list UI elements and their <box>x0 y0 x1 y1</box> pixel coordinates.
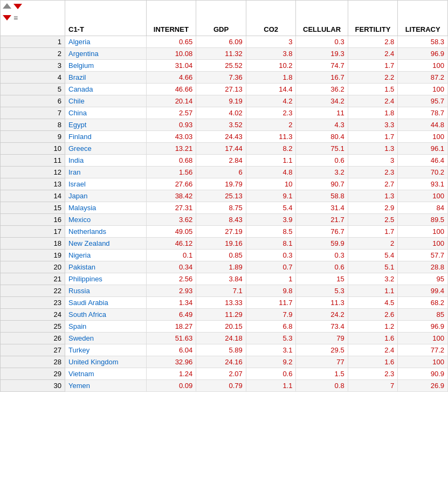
cell-gdp: 4.02 <box>196 107 246 119</box>
cell-literacy: 58.3 <box>398 36 448 48</box>
cell-gdp: 17.44 <box>196 143 246 155</box>
cell-fertility: 2.4 <box>348 95 398 107</box>
country-name[interactable]: Japan <box>65 190 147 202</box>
sort-asc-icon[interactable] <box>3 3 11 9</box>
country-name[interactable]: South Africa <box>65 309 147 321</box>
country-name[interactable]: China <box>65 107 147 119</box>
country-name[interactable]: Brazil <box>65 72 147 84</box>
cell-cellular: 36.2 <box>296 84 348 95</box>
row-number: 18 <box>1 238 65 250</box>
row-number: 2 <box>1 48 65 60</box>
country-name[interactable]: Vietnam <box>65 368 147 380</box>
cell-cellular: 16.7 <box>296 72 348 84</box>
cell-literacy: 100 <box>398 356 448 368</box>
cell-gdp: 7.1 <box>196 285 246 297</box>
filter-lines-icon[interactable]: ≡ <box>13 13 18 22</box>
country-name[interactable]: Netherlands <box>65 226 147 238</box>
row-number: 12 <box>1 167 65 178</box>
country-name[interactable]: United Kingdom <box>65 356 147 368</box>
header-fertility[interactable]: FERTILITY <box>348 1 398 36</box>
country-name[interactable]: Egypt <box>65 119 147 131</box>
cell-literacy: 100 <box>398 333 448 344</box>
row-number: 7 <box>1 107 65 119</box>
country-name[interactable]: Saudi Arabia <box>65 297 147 309</box>
cell-co2: 10.2 <box>246 60 296 72</box>
country-name[interactable]: Finland <box>65 131 147 143</box>
header-cellular[interactable]: CELLULAR <box>296 1 348 36</box>
header-co2[interactable]: CO2 <box>246 1 296 36</box>
cell-fertility: 1.3 <box>348 190 398 202</box>
cell-cellular: 1.5 <box>296 368 348 380</box>
cell-gdp: 19.79 <box>196 178 246 190</box>
header-literacy[interactable]: LITERACY <box>398 1 448 36</box>
cell-internet: 6.04 <box>146 344 196 356</box>
cell-co2: 0.3 <box>246 250 296 261</box>
cell-cellular: 74.7 <box>296 60 348 72</box>
country-name[interactable]: Sweden <box>65 333 147 344</box>
cell-gdp: 25.52 <box>196 60 246 72</box>
sort-desc-icon[interactable] <box>13 4 22 9</box>
cell-internet: 0.09 <box>146 380 196 392</box>
country-name[interactable]: Pakistan <box>65 261 147 273</box>
country-name[interactable]: Chile <box>65 95 147 107</box>
header-gdp[interactable]: GDP <box>196 1 246 36</box>
cell-fertility: 2.3 <box>348 368 398 380</box>
country-name[interactable]: Algeria <box>65 36 147 48</box>
cell-co2: 7.9 <box>246 309 296 321</box>
cell-fertility: 4.5 <box>348 297 398 309</box>
table-row: 9Finland43.0324.4311.380.41.7100 <box>1 131 448 143</box>
country-name[interactable]: Iran <box>65 167 147 178</box>
country-name[interactable]: India <box>65 155 147 167</box>
country-name[interactable]: Greece <box>65 143 147 155</box>
cell-internet: 46.66 <box>146 84 196 95</box>
country-name[interactable]: Mexico <box>65 214 147 226</box>
cell-fertility: 1.1 <box>348 285 398 297</box>
row-number: 27 <box>1 344 65 356</box>
cell-cellular: 34.2 <box>296 95 348 107</box>
cell-fertility: 1.7 <box>348 60 398 72</box>
country-name[interactable]: Nigeria <box>65 250 147 261</box>
country-name[interactable]: Russia <box>65 285 147 297</box>
cell-internet: 1.24 <box>146 368 196 380</box>
cell-gdp: 11.32 <box>196 48 246 60</box>
cell-co2: 3.9 <box>246 214 296 226</box>
cell-gdp: 5.89 <box>196 344 246 356</box>
cell-cellular: 80.4 <box>296 131 348 143</box>
country-name[interactable]: Israel <box>65 178 147 190</box>
country-name[interactable]: Canada <box>65 84 147 95</box>
cell-internet: 13.21 <box>146 143 196 155</box>
cell-internet: 2.93 <box>146 285 196 297</box>
cell-cellular: 0.3 <box>296 36 348 48</box>
cell-internet: 31.04 <box>146 60 196 72</box>
sort-filter-cell[interactable]: ≡ <box>1 1 65 36</box>
country-name[interactable]: Spain <box>65 321 147 333</box>
cell-fertility: 5.4 <box>348 250 398 261</box>
country-name[interactable]: Malaysia <box>65 202 147 214</box>
country-name[interactable]: Belgium <box>65 60 147 72</box>
table-row: 12Iran1.5664.83.22.370.2 <box>1 167 448 178</box>
country-name[interactable]: Argentina <box>65 48 147 60</box>
cell-internet: 2.56 <box>146 273 196 285</box>
cell-gdp: 13.33 <box>196 297 246 309</box>
cell-literacy: 99.4 <box>398 285 448 297</box>
cell-literacy: 95 <box>398 273 448 285</box>
country-name[interactable]: Yemen <box>65 380 147 392</box>
cell-gdp: 6 <box>196 167 246 178</box>
country-name[interactable]: Turkey <box>65 344 147 356</box>
country-name[interactable]: New Zealand <box>65 238 147 250</box>
cell-co2: 0.7 <box>246 261 296 273</box>
header-c1t[interactable]: C1-T <box>65 1 147 36</box>
cell-gdp: 24.43 <box>196 131 246 143</box>
table-row: 18New Zealand46.1219.168.159.92100 <box>1 238 448 250</box>
cell-literacy: 100 <box>398 131 448 143</box>
header-internet[interactable]: INTERNET <box>146 1 196 36</box>
table-row: 29Vietnam1.242.070.61.52.390.9 <box>1 368 448 380</box>
country-name[interactable]: Philippines <box>65 273 147 285</box>
cell-literacy: 89.5 <box>398 214 448 226</box>
cell-fertility: 1.5 <box>348 84 398 95</box>
row-number: 5 <box>1 84 65 95</box>
cell-literacy: 26.9 <box>398 380 448 392</box>
main-table-container: ≡ C1-T INTERNET GDP CO2 CELLULAR <box>0 0 448 392</box>
filter-icon-down[interactable] <box>3 15 11 20</box>
cell-fertility: 1.7 <box>348 226 398 238</box>
